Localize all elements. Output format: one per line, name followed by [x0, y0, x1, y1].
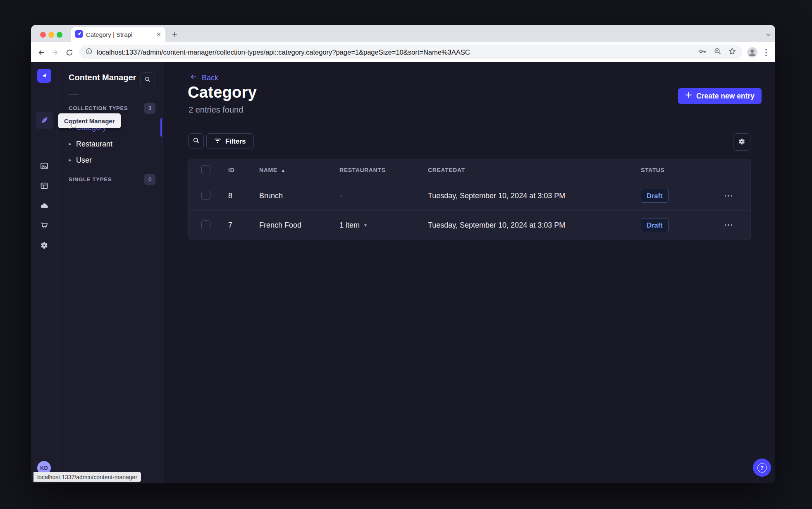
chevron-down-icon: ▼ [363, 223, 368, 228]
header-status[interactable]: STATUS [641, 167, 720, 173]
content-type-builder-icon[interactable] [39, 181, 49, 191]
search-icon [192, 137, 200, 146]
single-types-label: SINGLE TYPES [69, 176, 112, 182]
browser-tabstrip: Category | Strapi [31, 25, 775, 42]
bullet-icon [69, 159, 71, 161]
sidebar-title: Content Manager [69, 73, 136, 82]
marketplace-cart-icon[interactable] [39, 221, 49, 230]
minimize-window-button[interactable] [48, 32, 54, 38]
cloud-icon[interactable] [39, 201, 49, 211]
browser-toolbar: localhost:1337/admin/content-manager/col… [31, 42, 775, 62]
question-mark-icon: ? [757, 463, 767, 473]
row-checkbox[interactable] [201, 191, 210, 200]
cell-createdat: Tuesday, September 10, 2024 at 3:03 PM [428, 221, 641, 230]
category-list-view: Back Category 2 entries found Create new… [162, 62, 775, 483]
cell-restaurants[interactable]: 1 item ▼ [339, 221, 428, 230]
browser-window: Category | Strapi localhost:1337/admin/c… [31, 25, 775, 483]
rail-divider [35, 88, 53, 88]
browser-profile-avatar[interactable] [747, 47, 758, 60]
tab-search-chevron-icon[interactable] [763, 29, 774, 40]
new-tab-button[interactable] [169, 29, 180, 40]
collection-types-count-badge: 3 [144, 103, 155, 114]
row-checkbox[interactable] [201, 220, 210, 229]
sidebar-divider [69, 94, 79, 95]
select-all-checkbox[interactable] [201, 165, 210, 174]
sort-ascending-icon[interactable]: ▲ [281, 168, 286, 173]
sidebar-item-restaurant[interactable]: Restaurant [69, 139, 112, 149]
header-name[interactable]: NAME ▲ [259, 167, 339, 173]
table-header-row: ID NAME ▲ RESTAURANTS CREATEDAT STATUS [189, 159, 750, 181]
cell-restaurants: - [339, 192, 428, 200]
tab-close-icon[interactable] [156, 31, 161, 38]
cell-name: Brunch [259, 192, 339, 200]
page-title: Category [188, 84, 257, 101]
plus-icon [685, 91, 692, 101]
filter-icon [214, 137, 221, 145]
mouse-cursor [69, 120, 77, 131]
forward-nav-icon[interactable] [50, 48, 60, 58]
password-key-icon[interactable] [698, 47, 707, 57]
sidebar-search-button[interactable] [140, 72, 155, 87]
arrow-left-icon [190, 73, 198, 83]
table-row[interactable]: 8 Brunch - Tuesday, September 10, 2024 a… [189, 181, 750, 210]
status-badge: Draft [641, 189, 669, 203]
search-icon [144, 76, 151, 84]
single-types-count-badge: 0 [144, 174, 155, 185]
create-new-entry-button[interactable]: Create new entry [678, 88, 762, 104]
strapi-favicon [75, 30, 83, 39]
row-actions-menu[interactable] [721, 190, 736, 202]
cell-createdat: Tuesday, September 10, 2024 at 3:03 PM [428, 192, 641, 200]
entries-count: 2 entries found [189, 105, 243, 115]
gear-icon [738, 137, 746, 147]
collection-types-label: COLLECTION TYPES [69, 105, 128, 111]
strapi-logo[interactable] [37, 69, 51, 83]
bullet-icon [69, 143, 71, 145]
cell-id: 7 [228, 221, 259, 230]
view-settings-button[interactable] [733, 133, 750, 151]
media-library-icon[interactable] [39, 161, 49, 171]
tab-title: Category | Strapi [86, 31, 153, 38]
zoom-icon[interactable] [714, 47, 722, 57]
content-manager-tooltip: Content Manager [58, 113, 121, 128]
help-button[interactable]: ? [753, 459, 771, 477]
header-restaurants[interactable]: RESTAURANTS [339, 167, 428, 173]
url-text[interactable]: localhost:1337/admin/content-manager/col… [97, 48, 694, 56]
row-actions-menu[interactable] [721, 219, 736, 231]
browser-tab[interactable]: Category | Strapi [71, 27, 165, 42]
close-window-button[interactable] [40, 32, 46, 38]
back-link[interactable]: Back [190, 73, 218, 83]
browser-menu-icon[interactable] [762, 48, 770, 58]
cell-name: French Food [259, 221, 339, 230]
sidebar-item-user[interactable]: User [69, 155, 92, 165]
content-manager-icon[interactable] [39, 115, 49, 125]
url-bar[interactable]: localhost:1337/admin/content-manager/col… [79, 45, 742, 59]
filters-button[interactable]: Filters [206, 133, 254, 149]
bookmark-star-icon[interactable] [728, 47, 736, 57]
status-badge: Draft [641, 218, 669, 232]
active-item-indicator [160, 118, 162, 137]
table-search-button[interactable] [188, 133, 204, 149]
entries-table: ID NAME ▲ RESTAURANTS CREATEDAT STATUS 8… [188, 159, 751, 240]
table-row[interactable]: 7 French Food 1 item ▼ Tuesday, Septembe… [189, 210, 750, 240]
header-id[interactable]: ID [228, 167, 259, 173]
back-nav-icon[interactable] [36, 48, 46, 58]
site-info-icon[interactable] [85, 48, 93, 57]
maximize-window-button[interactable] [57, 32, 62, 38]
reload-icon[interactable] [64, 48, 74, 58]
link-preview-statusbar: localhost:1337/admin/content-manager [33, 472, 141, 482]
main-nav-rail: KD [31, 62, 57, 483]
cell-id: 8 [228, 192, 259, 200]
settings-gear-icon[interactable] [39, 240, 49, 250]
header-createdat[interactable]: CREATEDAT [428, 167, 641, 173]
strapi-admin-page: KD Content Manager COLLECTION TYPES 3 Ca… [31, 62, 775, 483]
